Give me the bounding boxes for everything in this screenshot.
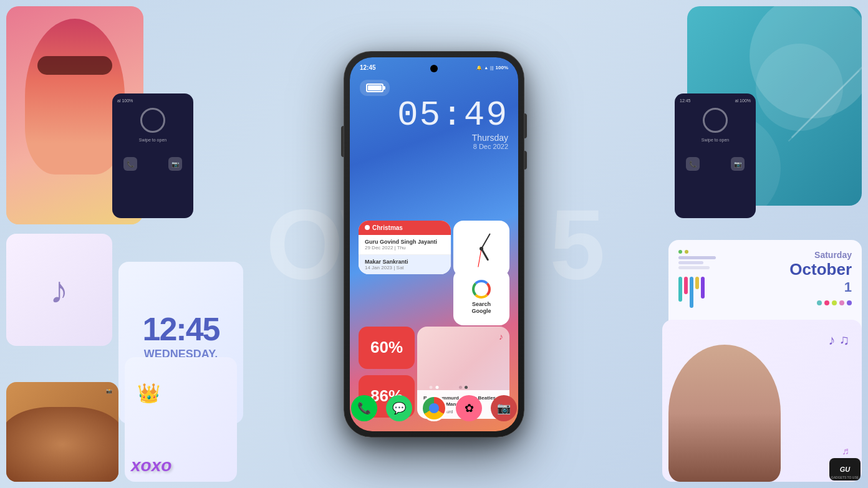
phone-icon: 📞 bbox=[357, 401, 371, 415]
wifi-icon: ▲ bbox=[484, 65, 488, 70]
bg-lockscreen-right: 12:45 al 100% Swipe to open 📞 📷 bbox=[675, 93, 756, 218]
bg-clock-time: 12:45 bbox=[143, 313, 219, 345]
whatsapp-icon: 💬 bbox=[392, 401, 406, 415]
watermark: GU GADGETS TO USE bbox=[829, 458, 861, 481]
sat-text-num: 1 bbox=[789, 279, 852, 295]
event-1-date: 29 Dec 2022 | Thu bbox=[365, 245, 445, 251]
calendar-widget: Christmas Guru Govind Singh Jayanti 29 D… bbox=[359, 221, 451, 274]
calendar-title: Christmas bbox=[372, 224, 403, 231]
bg-xoxo-card: 👑 xoxo bbox=[125, 357, 237, 482]
app-icon-phone[interactable]: 📞 bbox=[351, 395, 377, 421]
watermark-subtitle: GADGETS TO USE bbox=[831, 476, 859, 479]
phone-date-display: 8 Dec 2022 bbox=[397, 143, 508, 150]
bg-lockscreen-left: al 100% Swipe to open 📞 📷 bbox=[112, 93, 193, 218]
event-2-name: Makar Sankranti bbox=[365, 259, 445, 265]
phone-time-display: 05:49 bbox=[397, 98, 508, 133]
lock-icon-camera-right: 📷 bbox=[731, 157, 745, 171]
event-2-date: 14 Jan 2023 | Sat bbox=[365, 265, 445, 270]
status-icons: 🔔 ▲ ||| 100% bbox=[476, 65, 508, 70]
analog-clock-widget bbox=[453, 221, 509, 277]
phone-clock: 05:49 Thursday 8 Dec 2022 bbox=[397, 98, 508, 150]
bg-person-right: ♪ ♫ ♬ bbox=[662, 320, 862, 482]
bg-music-card: ♪ bbox=[6, 234, 112, 346]
music-note-icon-bg: ♪ bbox=[50, 269, 69, 312]
front-camera bbox=[430, 65, 438, 72]
clock-face bbox=[460, 227, 503, 270]
app-dock: 📞 💬 ✿ bbox=[351, 395, 517, 421]
app-icon-flower[interactable]: ✿ bbox=[456, 395, 482, 421]
battery-widget bbox=[360, 80, 390, 96]
swipe-to-open-left: Swipe to open bbox=[117, 138, 188, 142]
status-time: 12:45 bbox=[360, 64, 376, 71]
battery-fill bbox=[368, 85, 382, 90]
music-page-dots bbox=[459, 386, 468, 389]
lock-icon-phone: 📞 bbox=[123, 157, 137, 171]
music-note-widget-icon: ♪ bbox=[499, 332, 503, 342]
lock-icon-camera: 📷 bbox=[168, 157, 182, 171]
battery-status: 100% bbox=[496, 65, 508, 70]
calendar-event-2: Makar Sankranti 14 Jan 2023 | Sat bbox=[359, 255, 451, 274]
battery-60-widget: 60% bbox=[359, 327, 415, 369]
google-logo bbox=[472, 280, 491, 299]
background: al 100% Swipe to open 📞 📷 12:45 al 100% bbox=[0, 0, 868, 488]
camera-icon: 📷 bbox=[497, 401, 511, 415]
clock-center-dot bbox=[480, 247, 483, 251]
battery-icon bbox=[366, 84, 383, 92]
music-notes-right: ♪ ♫ bbox=[828, 332, 849, 348]
app-icon-chrome[interactable] bbox=[421, 395, 447, 421]
signal-icon: ||| bbox=[490, 65, 493, 70]
calendar-event-1: Guru Govind Singh Jayanti 29 Dec 2022 | … bbox=[359, 235, 451, 255]
swipe-to-open-right: Swipe to open bbox=[680, 138, 751, 142]
app-icon-camera[interactable]: 📷 bbox=[491, 395, 517, 421]
xoxo-text: xoxo bbox=[131, 456, 231, 476]
sat-text-october: October bbox=[789, 260, 852, 279]
music-note-right-2: ♬ bbox=[842, 446, 849, 457]
phone-mockup: 12:45 🔔 ▲ ||| 100% bbox=[344, 51, 524, 438]
search-google-label: SearchGoogle bbox=[472, 301, 491, 315]
search-google-widget[interactable]: SearchGoogle bbox=[453, 269, 509, 325]
crown-icon: 👑 bbox=[137, 382, 160, 404]
event-1-name: Guru Govind Singh Jayanti bbox=[365, 239, 445, 245]
phone-outer-shell: 12:45 🔔 ▲ ||| 100% bbox=[344, 51, 524, 438]
bg-food-card: 📸 bbox=[6, 382, 118, 482]
music-dot-1 bbox=[459, 386, 462, 389]
page-indicator bbox=[430, 386, 439, 389]
phone-screen: 12:45 🔔 ▲ ||| 100% bbox=[350, 57, 518, 431]
second-hand bbox=[478, 248, 481, 267]
page-dot-2-active bbox=[436, 386, 439, 389]
page-dot-1 bbox=[430, 386, 433, 389]
calendar-header: Christmas bbox=[359, 221, 451, 235]
battery-60-value: 60% bbox=[370, 338, 403, 357]
flower-icon: ✿ bbox=[465, 401, 474, 415]
cal-dot-icon bbox=[365, 225, 370, 230]
phone-screen-container: 12:45 🔔 ▲ ||| 100% bbox=[350, 57, 518, 431]
lock-icon-phone-right: 📞 bbox=[686, 157, 700, 171]
music-dot-2-active bbox=[465, 386, 468, 389]
mute-icon: 🔔 bbox=[476, 65, 482, 70]
app-icon-whatsapp[interactable]: 💬 bbox=[386, 395, 412, 421]
sat-text-saturday: Saturday bbox=[789, 250, 852, 260]
watermark-letters: GU bbox=[840, 466, 851, 473]
